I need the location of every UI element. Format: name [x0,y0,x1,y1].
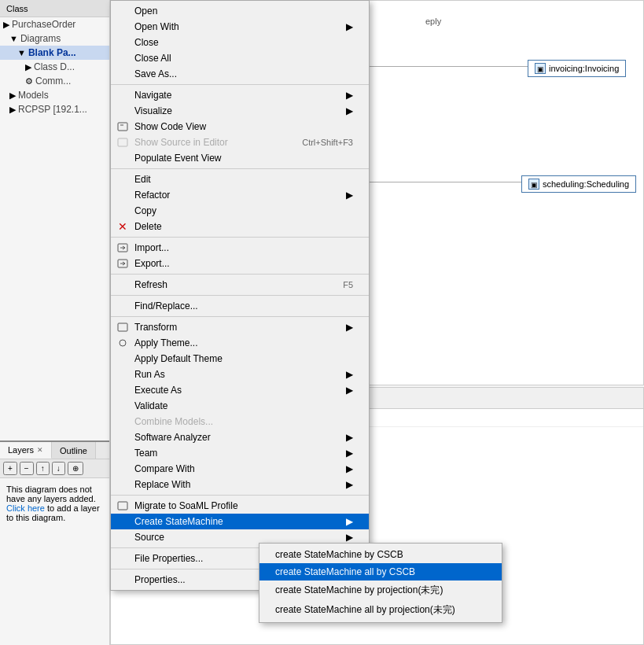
menu-item-compare-with[interactable]: Compare With ▶ [111,461,369,477]
code-view-icon [116,120,130,133]
folder-icon: ▼ [9,34,18,43]
menu-item-migrate[interactable]: Migrate to SoaML Profile [111,498,369,514]
submenu-arrow-icon: ▶ [330,322,353,333]
folder-icon: ▶ [3,20,9,30]
shortcut-label: F5 [319,280,353,289]
source-icon [116,136,130,149]
diagram-icon: ▼ [17,48,26,57]
menu-item-team[interactable]: Team ▶ [111,445,369,461]
submenu-item-all-cscb[interactable]: create StateMachine all by CSCB [259,563,502,580]
layers-add-button[interactable]: + [3,462,17,475]
menu-label: Create StateMachine [134,516,223,527]
diagram-box-scheduling[interactable]: ▣ scheduling:Scheduling [521,175,636,193]
tree-item-purchaseorder[interactable]: ▶ PurchaseOrder [0,17,109,31]
layers-add2-button[interactable]: ⊕ [68,462,83,475]
menu-item-refresh[interactable]: Refresh F5 [111,277,369,293]
submenu-arrow-icon: ▶ [330,190,353,201]
menu-item-populate-event[interactable]: Populate Event View [111,150,369,166]
layers-down-button[interactable]: ↓ [52,462,65,475]
tree-label: RCPSP [192.1... [18,104,87,115]
menu-label: Software Analyzer [134,432,211,443]
menu-separator [111,168,369,169]
layers-remove-button[interactable]: − [20,462,34,475]
menu-item-software-analyzer[interactable]: Software Analyzer ▶ [111,429,369,445]
menu-label: Find/Replace... [134,300,198,311]
submenu-item-cscb[interactable]: create StateMachine by CSCB [259,546,502,563]
submenu-label: create StateMachine by CSCB [275,549,403,560]
layers-link[interactable]: Click here [6,503,45,513]
menu-item-delete[interactable]: ✕ Delete [111,219,369,234]
menu-separator [111,274,369,275]
menu-item-navigate[interactable]: Navigate ▶ [111,87,369,103]
menu-label: Team [134,448,157,459]
diagram-box-invoicing[interactable]: ▣ invoicing:Invoicing [528,60,626,77]
left-panel: Class ▶ PurchaseOrder ▼ Diagrams ▼ Blank… [0,0,110,645]
menu-item-export[interactable]: Export... [111,256,369,271]
menu-label: Open With [134,21,179,32]
menu-item-run-as[interactable]: Run As ▶ [111,367,369,382]
menu-item-copy[interactable]: Copy [111,203,369,219]
menu-label: Open [134,6,157,17]
menu-label: Visualize [134,105,172,116]
submenu-item-projection[interactable]: create StateMachine by projection(未完) [259,580,502,600]
menu-label: Export... [134,258,170,269]
menu-label: Properties... [134,574,186,585]
tree-item-diagrams[interactable]: ▼ Diagrams [0,31,109,46]
tab-close-icon[interactable]: ✕ [37,446,43,454]
submenu-arrow-icon: ▶ [330,105,353,116]
menu-item-replace-with[interactable]: Replace With ▶ [111,477,369,492]
layers-text: This diagram does not have any layers ad… [6,485,96,503]
svg-point-6 [120,340,126,346]
menu-item-find-replace[interactable]: Find/Replace... [111,298,369,314]
menu-label: Save As... [134,68,177,79]
menu-label: Import... [134,242,169,253]
menu-item-refactor[interactable]: Refactor ▶ [111,187,369,203]
menu-label: Close [134,37,159,48]
tree-label: Diagrams [20,33,61,44]
migrate-icon [116,499,130,512]
tree-item-blankpackage[interactable]: ▼ Blank Pa... [0,46,109,60]
menu-item-close-all[interactable]: Close All [111,50,369,66]
menu-separator [111,495,369,496]
menu-label: Close All [134,53,171,64]
delete-icon: ✕ [116,220,130,233]
menu-separator [111,84,369,85]
submenu-item-all-projection[interactable]: create StateMachine all by projection(未完… [259,600,502,620]
menu-item-close[interactable]: Close [111,35,369,50]
menu-label: Refactor [134,190,170,201]
tree-item-models[interactable]: ▶ Models [0,88,109,102]
layers-content: This diagram does not have any layers ad… [0,478,110,529]
menu-item-open[interactable]: Open [111,3,369,19]
menu-item-visualize[interactable]: Visualize ▶ [111,103,369,119]
menu-item-apply-default-theme[interactable]: Apply Default Theme [111,351,369,367]
tree-item-classd[interactable]: ▶ Class D... [0,60,109,74]
menu-item-apply-theme[interactable]: Apply Theme... [111,335,369,351]
menu-item-open-with[interactable]: Open With ▶ [111,19,369,35]
tab-outline[interactable]: Outline [52,442,96,459]
menu-item-import[interactable]: Import... [111,240,369,256]
submenu-label: create StateMachine all by CSCB [275,566,415,577]
menu-item-transform[interactable]: Transform ▶ [111,319,369,335]
menu-label: Edit [134,174,151,185]
tree-item-rcpsp[interactable]: ▶ RCPSP [192.1... [0,102,109,116]
tab-layers[interactable]: Layers ✕ [0,442,52,459]
submenu-arrow-icon: ▶ [330,90,353,101]
submenu-arrow-icon: ▶ [330,385,353,396]
menu-label: Migrate to SoaML Profile [134,500,238,511]
menu-label: Validate [134,400,167,411]
tree-label: Class D... [34,61,75,72]
layers-up-button[interactable]: ↑ [36,462,50,475]
menu-label: Apply Theme... [134,337,197,348]
menu-item-validate[interactable]: Validate [111,398,369,414]
menu-item-save-as[interactable]: Save As... [111,66,369,82]
menu-separator [111,316,369,317]
tree-label: PurchaseOrder [12,19,75,30]
menu-item-execute-as[interactable]: Execute As ▶ [111,382,369,398]
menu-item-show-code-view[interactable]: Show Code View [111,119,369,135]
tree-item-comm[interactable]: ⚙ Comm... [0,74,109,88]
svg-rect-2 [118,138,127,146]
submenu-arrow-icon: ▶ [330,369,353,380]
menu-item-create-statemachine[interactable]: Create StateMachine ▶ [111,514,369,529]
menu-item-combine-models: Combine Models... [111,414,369,429]
menu-item-edit[interactable]: Edit [111,171,369,187]
